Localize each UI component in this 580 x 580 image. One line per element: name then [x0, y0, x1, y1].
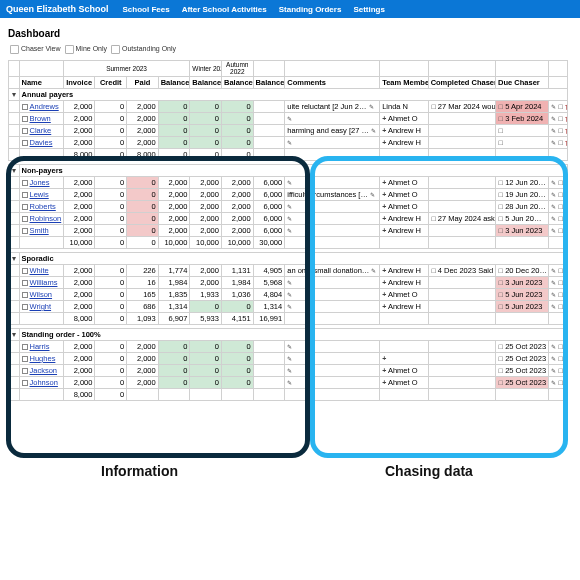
nav-school-fees[interactable]: School Fees	[123, 5, 170, 14]
checkbox-icon[interactable]	[558, 342, 563, 347]
edit-icon[interactable]	[287, 114, 292, 119]
row-actions[interactable]: ▾	[548, 113, 567, 125]
comments-cell[interactable]	[285, 177, 380, 189]
team-cell[interactable]: Andrew H	[380, 213, 429, 225]
name-cell[interactable]: Wright	[19, 301, 63, 313]
comments-cell[interactable]: an only small donation…	[285, 265, 380, 277]
due-cell[interactable]: 3 Jun 2023	[496, 277, 549, 289]
comments-cell[interactable]	[285, 277, 380, 289]
collapse-icon[interactable]	[9, 253, 20, 265]
due-cell[interactable]	[496, 137, 549, 149]
col-balance-w[interactable]: Balance	[190, 77, 222, 89]
team-cell[interactable]: Andrew H	[380, 125, 429, 137]
row-actions[interactable]: ▾	[548, 353, 567, 365]
delete-icon[interactable]	[565, 126, 567, 131]
edit-icon[interactable]	[287, 138, 292, 143]
add-team-icon[interactable]	[382, 190, 386, 199]
comments-cell[interactable]	[285, 341, 380, 353]
due-cell[interactable]: 5 Jun 20…	[496, 213, 549, 225]
comments-cell[interactable]	[285, 225, 380, 237]
row-actions[interactable]: ▾	[548, 125, 567, 137]
row-actions[interactable]: ▾	[548, 213, 567, 225]
col-due[interactable]: Due Chaser	[496, 77, 549, 89]
row-actions[interactable]: ▾	[548, 365, 567, 377]
add-team-icon[interactable]	[382, 202, 386, 211]
comments-cell[interactable]	[285, 213, 380, 225]
edit-icon[interactable]	[551, 342, 556, 347]
col-balance-a[interactable]: Balance	[221, 77, 253, 89]
edit-icon[interactable]	[369, 102, 374, 107]
checkbox-icon[interactable]	[558, 366, 563, 371]
filter-outstanding[interactable]	[111, 45, 120, 54]
edit-icon[interactable]	[370, 190, 375, 195]
name-cell[interactable]: Lewis	[19, 189, 63, 201]
collapse-icon[interactable]	[9, 89, 20, 101]
team-cell[interactable]: Ahmet O	[380, 189, 429, 201]
name-cell[interactable]: Hughes	[19, 353, 63, 365]
row-actions[interactable]: ▾	[548, 137, 567, 149]
due-cell[interactable]: 19 Jun 20…	[496, 189, 549, 201]
row-actions[interactable]: ▾	[548, 277, 567, 289]
row-actions[interactable]: ▾	[548, 289, 567, 301]
delete-icon[interactable]	[565, 354, 567, 359]
checkbox-icon[interactable]	[558, 266, 563, 271]
completed-cell[interactable]	[428, 277, 495, 289]
due-cell[interactable]: 5 Jun 2023	[496, 289, 549, 301]
add-team-icon[interactable]	[382, 126, 386, 135]
edit-icon[interactable]	[551, 214, 556, 219]
checkbox-icon[interactable]	[431, 214, 436, 219]
add-team-icon[interactable]	[382, 366, 386, 375]
row-actions[interactable]: ▾	[548, 301, 567, 313]
comments-cell[interactable]	[285, 137, 380, 149]
completed-cell[interactable]: 27 Mar 2024 would …	[428, 101, 495, 113]
delete-icon[interactable]	[565, 214, 567, 219]
nav-after-school[interactable]: After School Activities	[182, 5, 267, 14]
completed-cell[interactable]	[428, 137, 495, 149]
due-cell[interactable]: 12 Jun 20…	[496, 177, 549, 189]
delete-icon[interactable]	[565, 278, 567, 283]
edit-icon[interactable]	[551, 366, 556, 371]
col-comments[interactable]: Comments	[285, 77, 380, 89]
comments-cell[interactable]	[285, 377, 380, 389]
completed-cell[interactable]	[428, 177, 495, 189]
name-cell[interactable]: Davies	[19, 137, 63, 149]
team-cell[interactable]: Linda N	[380, 101, 429, 113]
delete-icon[interactable]	[565, 102, 567, 107]
due-cell[interactable]: 28 Jun 20…	[496, 201, 549, 213]
name-cell[interactable]: Williams	[19, 277, 63, 289]
delete-icon[interactable]	[565, 342, 567, 347]
edit-icon[interactable]	[371, 266, 376, 271]
name-cell[interactable]: Jones	[19, 177, 63, 189]
edit-icon[interactable]	[287, 214, 292, 219]
checkbox-icon[interactable]	[558, 302, 563, 307]
nav-standing-orders[interactable]: Standing Orders	[279, 5, 342, 14]
row-actions[interactable]: ▾	[548, 189, 567, 201]
checkbox-icon[interactable]	[558, 214, 563, 219]
edit-icon[interactable]	[287, 302, 292, 307]
add-team-icon[interactable]	[382, 266, 386, 275]
edit-icon[interactable]	[551, 138, 556, 143]
name-cell[interactable]: Roberts	[19, 201, 63, 213]
team-cell[interactable]: Andrew H	[380, 137, 429, 149]
edit-icon[interactable]	[551, 302, 556, 307]
edit-icon[interactable]	[551, 102, 556, 107]
completed-cell[interactable]	[428, 377, 495, 389]
row-actions[interactable]: ▾	[548, 177, 567, 189]
name-cell[interactable]: Smith	[19, 225, 63, 237]
completed-cell[interactable]	[428, 301, 495, 313]
comments-cell[interactable]: ifficult circumstances […	[285, 189, 380, 201]
row-actions[interactable]: ▾	[548, 265, 567, 277]
edit-icon[interactable]	[551, 226, 556, 231]
edit-icon[interactable]	[551, 266, 556, 271]
row-actions[interactable]: ▾	[548, 225, 567, 237]
team-cell[interactable]: Ahmet O	[380, 289, 429, 301]
team-cell[interactable]: Ahmet O	[380, 377, 429, 389]
delete-icon[interactable]	[565, 190, 567, 195]
edit-icon[interactable]	[551, 126, 556, 131]
team-cell[interactable]: Ahmet O	[380, 177, 429, 189]
delete-icon[interactable]	[565, 290, 567, 295]
add-team-icon[interactable]	[382, 378, 386, 387]
delete-icon[interactable]	[565, 378, 567, 383]
team-cell[interactable]: Ahmet O	[380, 201, 429, 213]
delete-icon[interactable]	[565, 266, 567, 271]
